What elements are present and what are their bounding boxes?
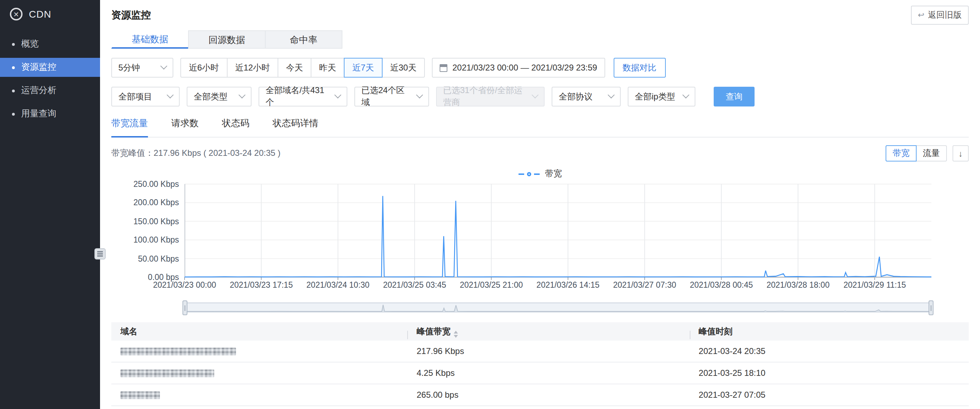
chevron-down-icon xyxy=(608,91,615,98)
masked-domain xyxy=(121,347,236,355)
chevron-down-icon xyxy=(167,91,173,98)
range-today-button[interactable]: 今天 xyxy=(278,58,312,78)
bullet-icon xyxy=(12,112,15,115)
domain-select-value: 全部域名/共431个 xyxy=(266,85,331,109)
query-button[interactable]: 查询 xyxy=(714,87,754,107)
metric-tab-strip: 带宽流量 请求数 状态码 状态码详情 xyxy=(111,117,969,137)
table-row[interactable]: 217.96 Kbps 2021-03-24 20:35 xyxy=(111,340,969,363)
bullet-icon xyxy=(12,43,15,45)
ip-type-select-value: 全部ip类型 xyxy=(635,91,675,102)
range-7d-button[interactable]: 近7天 xyxy=(344,58,382,78)
sidebar-collapse-handle[interactable] xyxy=(94,248,106,259)
x-tick-label: 2021/03/23 17:15 xyxy=(230,281,293,289)
slider-mini-chart xyxy=(185,303,931,312)
granularity-select[interactable]: 5分钟 xyxy=(111,58,173,78)
sidebar-item-label: 资源监控 xyxy=(21,61,56,73)
protocol-select[interactable]: 全部协议 xyxy=(552,87,621,107)
sidebar-item-overview[interactable]: 概览 xyxy=(0,35,100,54)
metric-tab-status-code[interactable]: 状态码 xyxy=(222,117,250,137)
sidebar-item-resource-monitor[interactable]: 资源监控 xyxy=(0,58,100,77)
type-select-value: 全部类型 xyxy=(194,91,228,102)
download-button[interactable]: ↓ xyxy=(953,145,969,161)
sidebar-item-label: 概览 xyxy=(21,38,39,50)
slider-left-handle[interactable] xyxy=(183,300,188,315)
sidebar-item-usage-query[interactable]: 用量查询 xyxy=(0,104,100,123)
download-icon: ↓ xyxy=(959,149,963,158)
chart-legend[interactable]: 带宽 xyxy=(111,168,969,180)
bullet-icon xyxy=(12,66,15,69)
region-select-value: 已选24个区域 xyxy=(361,85,412,109)
date-range-value: 2021/03/23 00:00 — 2021/03/29 23:59 xyxy=(452,63,597,73)
sidebar-item-label: 运营分析 xyxy=(21,85,56,97)
type-select[interactable]: 全部类型 xyxy=(187,87,251,107)
table-header-row: 域名 峰值带宽 峰值时刻 xyxy=(111,322,969,340)
peak-time-header-label: 峰值时刻 xyxy=(698,326,732,336)
main-content: 资源监控 ↩ 返回旧版 基础数据 回源数据 命中率 5分钟 近6小时 近12小时… xyxy=(100,0,980,409)
x-tick-label: 2021/03/24 10:30 xyxy=(307,281,369,289)
metric-tab-requests[interactable]: 请求数 xyxy=(171,117,199,137)
peak-value: 217.96 Kbps ( 2021-03-24 20:35 ) xyxy=(154,148,280,158)
chart-canvas xyxy=(185,184,931,277)
x-tick-label: 2021/03/25 21:00 xyxy=(460,281,523,289)
bandwidth-toggle-button[interactable]: 带宽 xyxy=(886,145,916,161)
masked-domain xyxy=(121,391,160,399)
range-yesterday-button[interactable]: 昨天 xyxy=(311,58,345,78)
date-range-picker[interactable]: 2021/03/23 00:00 — 2021/03/29 23:59 xyxy=(432,58,605,78)
column-header-peak-time[interactable]: 峰值时刻 xyxy=(689,326,969,337)
column-header-peak-bandwidth[interactable]: 峰值带宽 xyxy=(407,326,690,337)
metric-tab-status-code-detail[interactable]: 状态码详情 xyxy=(273,117,318,137)
time-filter-row: 5分钟 近6小时 近12小时 今天 昨天 近7天 近30天 2021/03/23… xyxy=(111,58,969,78)
chart-controls: 带宽 流量 ↓ xyxy=(886,145,969,161)
data-compare-button[interactable]: 数据对比 xyxy=(613,58,665,78)
province-isp-select-value: 已选31个省份/全部运营商 xyxy=(443,85,528,109)
range-30d-button[interactable]: 近30天 xyxy=(382,58,425,78)
legend-line-icon xyxy=(518,173,524,174)
quick-range-group: 近6小时 近12小时 今天 昨天 近7天 近30天 xyxy=(180,58,425,78)
peak-bandwidth-text: 带宽峰值：217.96 Kbps ( 2021-03-24 20:35 ) xyxy=(111,147,280,159)
x-tick-label: 2021/03/25 03:45 xyxy=(383,281,446,289)
chart-plot-area[interactable] xyxy=(185,184,931,277)
back-to-old-version-button[interactable]: ↩ 返回旧版 xyxy=(911,6,969,25)
peak-time-cell: 2021-03-24 20:35 xyxy=(689,346,969,356)
table-row[interactable]: 4.25 Kbps 2021-03-25 18:10 xyxy=(111,363,969,384)
project-select[interactable]: 全部项目 xyxy=(111,87,180,107)
sort-icon[interactable] xyxy=(454,331,458,337)
project-select-value: 全部项目 xyxy=(118,91,152,102)
x-tick-label: 2021/03/23 00:00 xyxy=(153,281,216,289)
tab-content: 5分钟 近6小时 近12小时 今天 昨天 近7天 近30天 2021/03/23… xyxy=(100,58,980,406)
peak-label: 带宽峰值： xyxy=(111,148,154,158)
hamburger-icon xyxy=(97,254,103,254)
summary-row: 带宽峰值：217.96 Kbps ( 2021-03-24 20:35 ) 带宽… xyxy=(111,145,969,161)
masked-domain xyxy=(121,369,214,377)
chevron-down-icon xyxy=(531,91,539,98)
province-isp-select: 已选31个省份/全部运营商 xyxy=(436,87,545,107)
chart-x-axis: 2021/03/23 00:002021/03/23 17:152021/03/… xyxy=(185,277,931,290)
protocol-select-value: 全部协议 xyxy=(559,91,592,102)
region-select[interactable]: 已选24个区域 xyxy=(355,87,429,107)
table-row[interactable]: 265.00 bps 2021-03-27 07:05 xyxy=(111,384,969,406)
legend-label: 带宽 xyxy=(545,168,562,180)
ip-type-select[interactable]: 全部ip类型 xyxy=(628,87,695,107)
tab-basic-data[interactable]: 基础数据 xyxy=(111,30,189,49)
chart-range-slider[interactable] xyxy=(185,302,931,312)
calendar-icon xyxy=(440,64,447,72)
chevron-down-icon xyxy=(160,62,167,69)
page-header: 资源监控 ↩ 返回旧版 xyxy=(100,0,980,27)
metric-tab-bandwidth-traffic[interactable]: 带宽流量 xyxy=(111,117,148,137)
chevron-down-icon xyxy=(239,91,245,98)
tab-hit-rate[interactable]: 命中率 xyxy=(265,30,342,49)
legend-circle-icon xyxy=(527,172,531,176)
cdn-logo-icon: ✕ xyxy=(10,8,22,21)
tab-origin-data[interactable]: 回源数据 xyxy=(188,30,266,49)
slider-right-handle[interactable] xyxy=(929,300,934,315)
column-header-domain[interactable]: 域名 xyxy=(111,326,407,337)
range-6h-button[interactable]: 近6小时 xyxy=(180,58,227,78)
peak-bandwidth-cell: 265.00 bps xyxy=(407,390,690,400)
domain-select[interactable]: 全部域名/共431个 xyxy=(259,87,347,107)
y-tick-label: 50.00 Kbps xyxy=(138,254,179,263)
range-12h-button[interactable]: 近12小时 xyxy=(226,58,278,78)
peak-time-cell: 2021-03-27 07:05 xyxy=(689,390,969,400)
traffic-toggle-button[interactable]: 流量 xyxy=(916,145,947,161)
sidebar-item-operation-analysis[interactable]: 运营分析 xyxy=(0,81,100,100)
domain-peak-table: 域名 峰值带宽 峰值时刻 217.96 Kbps 2021-03-24 20:3… xyxy=(111,322,969,406)
